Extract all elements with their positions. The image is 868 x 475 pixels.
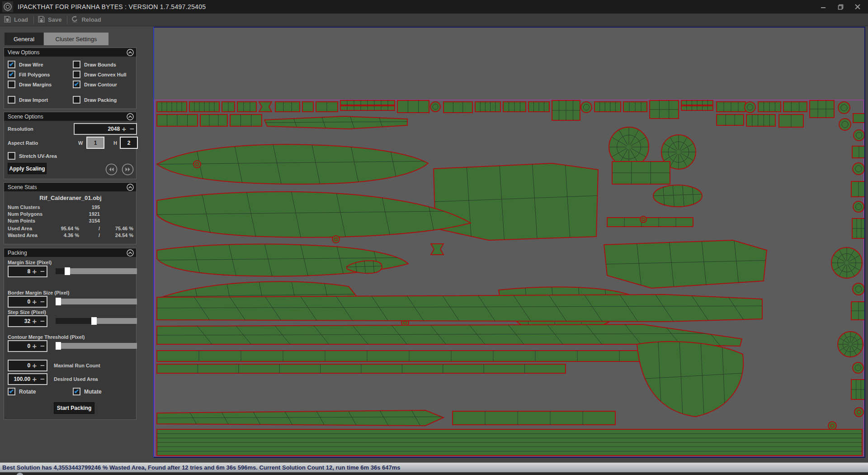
minus-icon[interactable]: − (128, 125, 136, 133)
minus-icon[interactable]: − (38, 342, 47, 350)
stat-row-num-clusters: Num Clusters195 (8, 204, 133, 210)
save-button[interactable]: Save (34, 14, 67, 26)
resolution-stepper[interactable]: 2048 + − (74, 123, 137, 135)
apply-scaling-button[interactable]: Apply Scaling (8, 163, 47, 174)
reload-icon (71, 15, 79, 24)
checkbox-label-fill-polygons: Fill Polygons (19, 72, 50, 77)
aspect-w-field[interactable]: 1 (86, 137, 104, 149)
collapse-icon[interactable] (127, 49, 134, 57)
packing-header: Packing (4, 248, 136, 257)
minus-icon[interactable]: − (38, 268, 47, 276)
collapse-icon[interactable] (127, 249, 134, 258)
contour-merge-threshold-slider[interactable] (56, 343, 137, 349)
plus-icon[interactable]: + (30, 375, 38, 383)
packing-section: Packing Margin Size (Pixel) 8 + − Border… (4, 248, 137, 420)
checkbox-mutate[interactable]: ✔ (73, 388, 80, 395)
border-margin-size-slider[interactable] (56, 299, 137, 304)
checkbox-fill-polygons[interactable]: ✔ (8, 71, 15, 78)
margin-size-slider[interactable] (56, 268, 137, 274)
stat-row-num-polygons: Num Polygons1921 (8, 211, 133, 217)
load-button[interactable]: Load (0, 14, 33, 26)
margin-size-stepper[interactable]: 8 + − (8, 266, 47, 277)
step-size-value: 32 (9, 318, 30, 324)
checkbox-draw-import[interactable]: ✔ (8, 96, 15, 104)
checkbox-label-draw-bounds: Draw Bounds (84, 62, 116, 67)
aspect-ratio-label: Aspect Ratio (8, 140, 38, 146)
checkbox-label-draw-margins: Draw Margins (19, 82, 52, 87)
checkbox-draw-margins[interactable]: ✔ (8, 81, 15, 88)
checkbox-label-draw-import: Draw Import (19, 97, 48, 103)
view-options-section: View Options ✔Draw Wire ✔Draw Bounds ✔Fi… (4, 48, 137, 109)
restore-button[interactable] (832, 0, 849, 14)
plus-icon[interactable]: + (30, 318, 38, 325)
checkbox-rotate[interactable]: ✔ (8, 388, 15, 395)
bottom-strip (0, 472, 868, 475)
next-solution-button[interactable] (122, 163, 134, 176)
aspect-h-field[interactable]: 2 (120, 137, 138, 149)
minus-icon[interactable]: − (38, 298, 47, 306)
spinner-icon (16, 473, 24, 475)
checkbox-label-draw-contour: Draw Contour (84, 82, 117, 87)
checkbox-draw-bounds[interactable]: ✔ (73, 61, 80, 68)
minus-icon[interactable]: − (38, 375, 47, 383)
resolution-value: 2048 (75, 126, 120, 132)
collapse-icon[interactable] (127, 113, 134, 122)
status-bar: Best Solution has 4,3553443799246 % Wast… (0, 462, 868, 472)
plus-icon[interactable]: + (30, 362, 38, 370)
checkbox-label-mutate: Mutate (84, 389, 102, 395)
scene-options-title: Scene Options (8, 114, 43, 120)
scene-file-name: Rif_Calderaner_01.obj (4, 195, 137, 201)
maximal-run-count-value: 0 (9, 362, 30, 369)
checkbox-draw-contour[interactable]: ✔ (73, 81, 80, 88)
border-margin-size-stepper[interactable]: 0 + − (8, 296, 47, 308)
checkbox-draw-wire[interactable]: ✔ (8, 61, 15, 68)
aspect-w-label: W (78, 140, 83, 146)
checkbox-stretch-uv-area[interactable]: ✔ (8, 152, 15, 160)
scene-options-section: Scene Options Resolution 2048 + − Aspect… (4, 112, 137, 179)
desired-used-area-value: 100.00 (9, 376, 30, 382)
plus-icon[interactable]: + (30, 298, 38, 306)
maximal-run-count-label: Maximal Run Count (54, 363, 100, 368)
minus-icon[interactable]: − (38, 362, 47, 370)
window-title: IPACKTHAT FOR PIRANHA BYTES : VERSION 1.… (18, 3, 206, 10)
tab-cluster-settings[interactable]: Cluster Settings (44, 33, 108, 45)
desired-used-area-stepper[interactable]: 100.00 + − (8, 373, 47, 385)
plus-icon[interactable]: + (30, 268, 38, 276)
plus-icon[interactable]: + (120, 125, 128, 133)
stat-row-used-area: Used Area95.64 %/75.46 % (8, 226, 133, 231)
contour-merge-threshold-label: Contour Merge Threshold (Pixel) (8, 334, 85, 340)
maximal-run-count-stepper[interactable]: 0 + − (8, 360, 47, 371)
minimize-button[interactable] (815, 0, 832, 14)
checkbox-label-draw-packing: Draw Packing (84, 97, 117, 103)
checkbox-label-stretch-uv-area: Stretch UV-Area (19, 153, 57, 159)
border-margin-size-value: 0 (9, 299, 30, 305)
contour-merge-threshold-stepper[interactable]: 0 + − (8, 340, 47, 352)
start-packing-button[interactable]: Start Packing (54, 402, 94, 414)
border-margin-size-label: Border Margin Size (Pixel) (8, 290, 69, 295)
save-icon (38, 15, 45, 24)
scene-options-header: Scene Options (4, 112, 136, 121)
title-bar: IPACKTHAT FOR PIRANHA BYTES : VERSION 1.… (0, 0, 868, 14)
step-size-slider[interactable] (56, 318, 137, 324)
uv-clusters (157, 100, 864, 456)
tab-general[interactable]: General (5, 33, 43, 45)
contour-merge-threshold-value: 0 (9, 343, 30, 349)
checkbox-draw-packing[interactable]: ✔ (73, 96, 80, 104)
minus-icon[interactable]: − (38, 318, 47, 325)
save-label: Save (48, 16, 61, 23)
step-size-stepper[interactable]: 32 + − (8, 315, 47, 327)
checkbox-label-draw-convex-hull: Draw Convex Hull (84, 72, 127, 77)
load-icon (4, 15, 11, 24)
reload-button[interactable]: Reload (67, 14, 106, 26)
checkbox-draw-convex-hull[interactable]: ✔ (73, 71, 80, 78)
close-button[interactable] (849, 0, 866, 14)
collapse-icon[interactable] (127, 184, 134, 192)
stat-row-wasted-area: Wasted Area4.36 %/24.54 % (8, 233, 133, 238)
scene-stats-section: Scene Stats Rif_Calderaner_01.obj Num Cl… (4, 182, 137, 244)
plus-icon[interactable]: + (30, 342, 38, 350)
app-icon (2, 1, 13, 12)
stat-row-num-points: Num Points3154 (8, 218, 133, 223)
checkbox-label-rotate: Rotate (19, 389, 36, 395)
prev-solution-button[interactable] (105, 163, 118, 176)
uv-viewport[interactable] (153, 27, 865, 458)
